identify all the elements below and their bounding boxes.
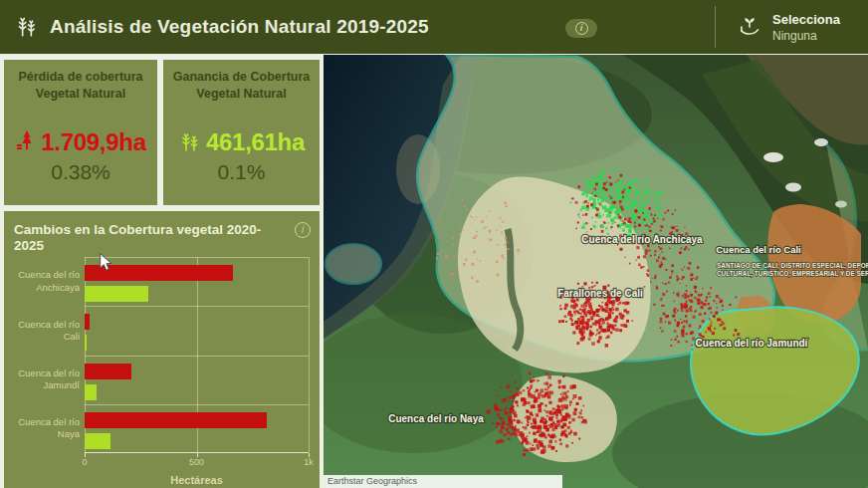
wheat-gain-icon — [178, 128, 202, 156]
deforestation-icon — [15, 128, 37, 156]
chart-category-label: Cuenca del río Naya — [4, 404, 80, 453]
bar-loss[interactable] — [85, 314, 90, 330]
chart-category-label: Cuenca del río Jamundí — [4, 356, 80, 404]
kpi-card-gain: Ganancia de Cobertura Vegetal Natural 46… — [163, 60, 320, 205]
map-label-farallones: Farallones de Cali — [557, 288, 643, 299]
kpi-loss-title: Pérdida de cobertura Vegetal Natural — [4, 69, 157, 103]
bar-gain[interactable] — [85, 384, 97, 400]
bar-loss[interactable] — [85, 265, 233, 281]
kpi-gain-value: 461,61ha — [206, 128, 305, 156]
chart-info-button[interactable]: i — [295, 222, 311, 238]
selector-value: Ninguna — [772, 29, 840, 44]
map-attribution: Earthstar Geographics — [324, 475, 562, 488]
page-title: Análisis de Vegetación Natural 2019-2025 — [50, 16, 429, 38]
header-bar: Análisis de Vegetación Natural 2019-2025… — [0, 0, 868, 54]
x-axis-title: Hectáreas — [85, 474, 309, 486]
dashboard: Análisis de Vegetación Natural 2019-2025… — [0, 0, 868, 488]
selector-label: Selecciona — [772, 12, 840, 28]
layer-selector-control[interactable]: Selecciona Ninguna — [737, 8, 868, 48]
bar-loss[interactable] — [85, 412, 267, 428]
chart-row — [85, 404, 309, 453]
x-tick-label: 1k — [304, 457, 314, 467]
kpi-gain-title: Ganancia de Cobertura Vegetal Natural — [163, 69, 320, 103]
map-label-santiago-2: CULTURAL, TURISTICO, EMPRESARIAL Y DE SE… — [717, 270, 868, 278]
chart-category-labels: Cuenca del río AnchicayaCuenca del río C… — [4, 257, 80, 453]
map-label-santiago-1: SANTIAGO DE CALI, DISTRITO ESPECIAL, DEP… — [717, 262, 868, 270]
wheat-logo-icon — [14, 12, 40, 42]
map-label-cali: Cuenca del río Cali — [716, 244, 801, 255]
chart-row — [85, 257, 309, 306]
map-label-anchicaya: Cuenca del río Anchicaya — [581, 234, 703, 245]
bar-gain[interactable] — [85, 335, 87, 351]
x-axis-ticks: 05001k — [85, 457, 309, 469]
map-view[interactable]: Cuenca del río Anchicaya Cuenca del río … — [324, 55, 868, 488]
chart-row — [85, 306, 309, 355]
header-info-button[interactable]: i — [565, 19, 597, 38]
bar-loss[interactable] — [85, 364, 131, 379]
chart-title: Cambios en la Cobertura vegetal 2020-202… — [14, 222, 286, 254]
map-label-jamundi: Cuenca del río Jamundí — [696, 338, 809, 349]
chart-category-label: Cuenca del río Anchicaya — [4, 257, 80, 306]
bar-gain[interactable] — [85, 286, 148, 302]
kpi-card-loss: Pérdida de cobertura Vegetal Natural 1.7… — [4, 60, 157, 205]
chart-panel: Cambios en la Cobertura vegetal 2020-202… — [4, 211, 320, 488]
info-icon: i — [575, 22, 588, 35]
bar-gain[interactable] — [85, 433, 110, 449]
chart-row — [85, 356, 309, 404]
hand-plant-icon — [737, 13, 762, 43]
kpi-loss-value: 1.709,9ha — [41, 128, 145, 156]
x-tick-label: 0 — [82, 457, 87, 467]
x-tick-label: 500 — [189, 457, 204, 467]
kpi-loss-percent: 0.38% — [4, 160, 157, 184]
map-label-naya: Cuenca del río Naya — [388, 413, 484, 424]
kpi-gain-percent: 0.1% — [163, 160, 320, 184]
chart-plot-area — [85, 257, 309, 453]
header-divider — [715, 6, 716, 48]
chart-category-label: Cuenca del río Cali — [4, 306, 80, 355]
